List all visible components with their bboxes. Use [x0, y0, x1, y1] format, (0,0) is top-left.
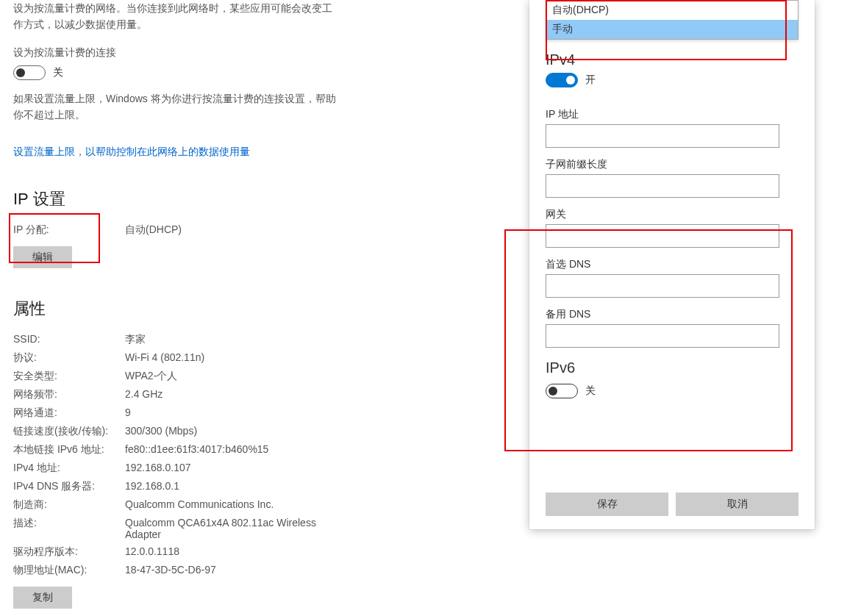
table-row: 网络通道:9: [13, 407, 337, 420]
toggle-thumb: [16, 68, 25, 77]
ip-assign-dropdown[interactable]: 自动(DHCP) 手动: [546, 0, 799, 40]
table-row: 安全类型:WPA2-个人: [13, 370, 337, 383]
preferred-dns-label: 首选 DNS: [546, 258, 799, 271]
save-button[interactable]: 保存: [546, 493, 668, 516]
toggle-thumb: [549, 387, 557, 395]
ipv6-toggle[interactable]: 关: [546, 384, 596, 398]
ip-assign-label: IP 分配:: [13, 223, 125, 237]
table-row: 协议:Wi-Fi 4 (802.11n): [13, 351, 337, 365]
table-row: 本地链接 IPv6 地址:fe80::d1ee:61f3:4017:b460%1…: [13, 443, 337, 456]
subnet-prefix-label: 子网前缀长度: [546, 158, 799, 171]
properties-list: SSID:李家 协议:Wi-Fi 4 (802.11n) 安全类型:WPA2-个…: [13, 333, 337, 577]
edit-button[interactable]: 编辑: [13, 246, 72, 268]
toggle-thumb: [566, 76, 575, 85]
table-row: SSID:李家: [13, 333, 337, 346]
dropdown-option-manual[interactable]: 手动: [546, 20, 798, 39]
metered-toggle[interactable]: 关: [13, 65, 63, 80]
table-row: IPv4 地址:192.168.0.107: [13, 462, 337, 475]
table-row: 链接速度(接收/传输):300/300 (Mbps): [13, 425, 337, 438]
metered-desc: 设为按流量计费的网络。当你连接到此网络时，某些应用可能会改变工作方式，以减少数据…: [13, 0, 337, 33]
properties-heading: 属性: [13, 298, 337, 320]
ip-assign-value: 自动(DHCP): [125, 223, 337, 237]
gateway-label: 网关: [546, 208, 799, 221]
ipv4-heading: IPv4: [546, 51, 799, 68]
table-row: 物理地址(MAC):18-47-3D-5C-D6-97: [13, 564, 337, 577]
toggle-track: [546, 384, 578, 398]
settings-left-panel: 设为按流量计费的网络。当你连接到此网络时，某些应用可能会改变工作方式，以减少数据…: [13, 0, 337, 609]
toggle-track: [546, 73, 578, 87]
ipv4-toggle[interactable]: 开: [546, 73, 596, 87]
metered-heading: 设为按流量计费的连接: [13, 46, 337, 60]
metered-toggle-label: 关: [53, 66, 63, 79]
gateway-input[interactable]: [546, 224, 779, 248]
toggle-track: [13, 65, 46, 80]
ip-address-input[interactable]: [546, 124, 779, 148]
copy-button[interactable]: 复制: [13, 587, 72, 609]
ipv4-toggle-label: 开: [585, 74, 596, 87]
table-row: 网络频带:2.4 GHz: [13, 388, 337, 401]
ip-settings-dialog: 自动(DHCP) 手动 IPv4 开 IP 地址 子网前缀长度 网关 首选 DN…: [529, 0, 815, 529]
data-limit-link[interactable]: 设置流量上限，以帮助控制在此网络上的数据使用量: [13, 146, 250, 159]
ip-settings-heading: IP 设置: [13, 188, 337, 210]
cancel-button[interactable]: 取消: [676, 493, 799, 516]
ipv6-toggle-label: 关: [585, 384, 596, 398]
table-row: 描述:Qualcomm QCA61x4A 802.11ac Wireless A…: [13, 517, 337, 540]
ipv6-heading: IPv6: [546, 359, 799, 376]
data-limit-desc: 如果设置流量上限，Windows 将为你进行按流量计费的连接设置，帮助你不超过上…: [13, 90, 337, 123]
alternate-dns-label: 备用 DNS: [546, 308, 799, 321]
preferred-dns-input[interactable]: [546, 274, 779, 298]
dropdown-option-dhcp[interactable]: 自动(DHCP): [546, 1, 798, 20]
ip-address-label: IP 地址: [546, 108, 799, 121]
table-row: 制造商:Qualcomm Communications Inc.: [13, 498, 337, 512]
subnet-prefix-input[interactable]: [546, 174, 779, 198]
table-row: IPv4 DNS 服务器:192.168.0.1: [13, 480, 337, 493]
table-row: 驱动程序版本:12.0.0.1118: [13, 545, 337, 559]
alternate-dns-input[interactable]: [546, 324, 779, 348]
